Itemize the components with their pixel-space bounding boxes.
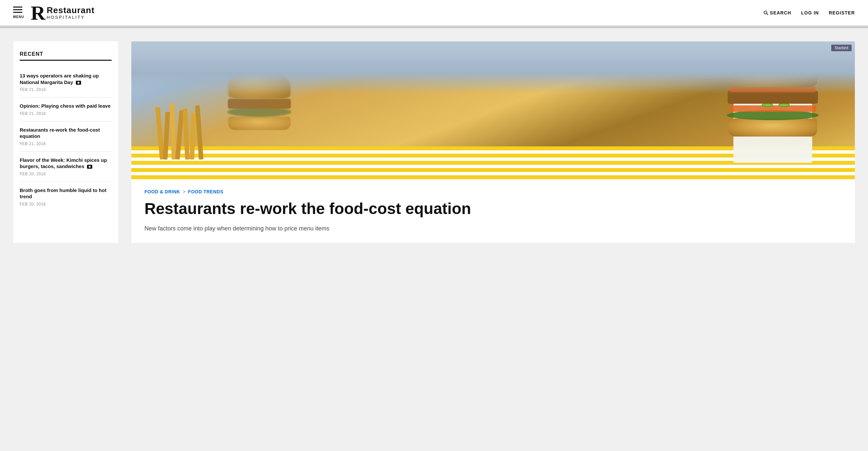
search-icon [764,10,768,15]
sidebar-item-3-title: Restaurants re-work the food-cost equati… [20,127,112,139]
breadcrumb-food-drink[interactable]: FOOD & DRINK [145,189,180,194]
article: Starbird FOOD & DRINK > FOOD TRENDS Rest… [131,41,855,243]
article-image [131,41,855,179]
sidebar-item-4-date: FEB 20, 2018 [20,172,112,176]
sidebar-item-1-date: FEB 21, 2018 [20,87,112,92]
article-description: New factors come into play when determin… [145,224,842,233]
breadcrumb: FOOD & DRINK > FOOD TRENDS [145,189,842,194]
register-button[interactable]: REGISTER [829,10,855,15]
logo-restaurant: Restaurant [46,6,95,15]
sidebar: RECENT 13 ways operators are shaking up … [13,41,118,243]
menu-label: MENU [13,15,24,19]
sidebar-item-1[interactable]: 13 ways operators are shaking up Nationa… [20,67,112,97]
logo-hospitality: HOSPITALITY [46,15,95,20]
menu-bar-2 [13,9,22,10]
main-wrapper: RECENT 13 ways operators are shaking up … [0,28,868,256]
svg-line-1 [767,13,768,15]
sidebar-item-2-date: FEB 21, 2018 [20,111,112,116]
menu-bar-1 [13,6,22,7]
sidebar-item-3-date: FEB 21, 2018 [20,141,112,146]
breadcrumb-separator: > [183,189,185,194]
sidebar-item-4-title: Flavor of the Week: Kimchi spices up bur… [20,157,112,170]
bg-gradient [131,41,855,94]
header-left: MENU R Restaurant HOSPITALITY [13,3,95,23]
login-button[interactable]: LOG IN [801,10,819,15]
image-credit: Starbird [831,45,851,51]
breadcrumb-food-trends[interactable]: FOOD TRENDS [188,189,223,194]
sidebar-title: RECENT [20,51,112,61]
sidebar-item-1-title: 13 ways operators are shaking up Nationa… [20,72,112,85]
camera-icon-1 [76,81,81,85]
menu-bar-3 [13,12,22,13]
article-title: Restaurants re-work the food-cost equati… [145,200,842,218]
logo-text: Restaurant HOSPITALITY [46,6,95,20]
fries [151,87,217,160]
camera-icon-4 [87,165,92,169]
sidebar-item-3[interactable]: Restaurants re-work the food-cost equati… [20,122,112,152]
logo[interactable]: R Restaurant HOSPITALITY [31,3,95,23]
sidebar-item-2-title: Opinion: Playing chess with paid leave [20,103,112,109]
sidebar-item-5-date: FEB 20, 2018 [20,202,112,206]
article-content: FOOD & DRINK > FOOD TRENDS Restaurants r… [131,179,855,243]
search-button[interactable]: SEARCH [764,10,791,15]
header-nav: SEARCH LOG IN REGISTER [764,10,855,15]
header: MENU R Restaurant HOSPITALITY SEARCH LOG… [0,0,868,26]
logo-r: R [31,3,45,23]
search-label: SEARCH [770,10,791,15]
article-image-container: Starbird [131,41,855,179]
sidebar-item-2[interactable]: Opinion: Playing chess with paid leave F… [20,97,112,122]
sidebar-item-5[interactable]: Broth goes from humble liquid to hot tre… [20,182,112,212]
sidebar-item-5-title: Broth goes from humble liquid to hot tre… [20,187,112,200]
sidebar-item-4[interactable]: Flavor of the Week: Kimchi spices up bur… [20,152,112,182]
menu-button[interactable]: MENU [13,6,24,19]
